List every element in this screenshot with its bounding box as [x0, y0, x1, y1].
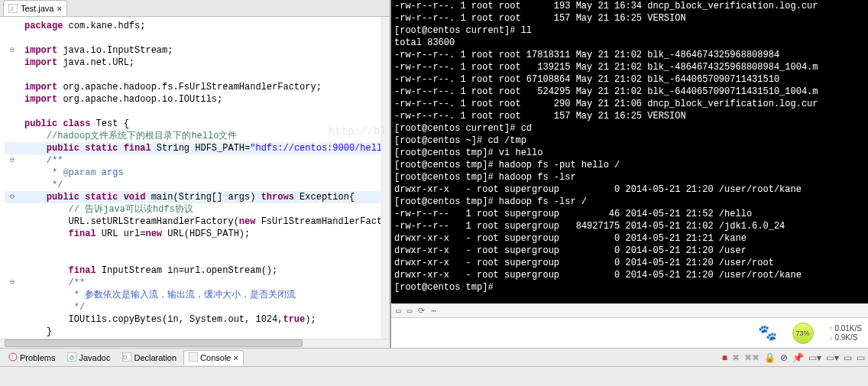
gutter-marker[interactable] [5, 301, 20, 313]
paw-icon[interactable]: 🐾 [758, 323, 777, 342]
code-line[interactable]: * 参数依次是输入流，输出流，缓冲大小，是否关闭流 [5, 289, 381, 301]
display-icon[interactable]: ▭▾ [808, 352, 821, 363]
code-text[interactable]: URL.setURLStreamHandlerFactory(new FsUrl… [20, 216, 381, 228]
code-text[interactable]: final URL url=new URL(HDFS_PATH); [20, 228, 381, 240]
pin-icon[interactable]: 📌 [792, 352, 804, 363]
terminal-icon[interactable]: ▭ [396, 306, 401, 316]
gutter-marker[interactable] [5, 252, 20, 264]
code-text[interactable]: final InputStream in=url.openStream(); [20, 264, 381, 277]
code-line[interactable]: final InputStream in=url.openStream(); [5, 264, 381, 277]
code-editor[interactable]: package com.kane.hdfs;⊖import java.io.In… [0, 17, 381, 339]
folder-icon[interactable]: ▭ [407, 306, 413, 316]
code-text[interactable]: public static final String HDFS_PATH="hd… [20, 142, 381, 154]
gutter-marker[interactable] [5, 105, 20, 118]
minimize-icon[interactable]: ▭ [844, 352, 852, 363]
terminal[interactable]: -rw-r--r--. 1 root root 193 May 21 16:34… [391, 0, 868, 303]
clear-icon[interactable]: ⊘ [780, 352, 788, 363]
code-text[interactable]: */ [20, 179, 381, 191]
code-line[interactable]: * @param args [5, 167, 381, 179]
remove-all-icon[interactable]: ✖✖ [744, 352, 760, 363]
code-text[interactable]: IOUtils.copyBytes(in, System.out, 1024,t… [20, 313, 381, 326]
code-text[interactable] [20, 105, 381, 118]
code-line[interactable]: public static final String HDFS_PATH="hd… [5, 142, 381, 154]
code-text[interactable] [20, 240, 381, 252]
open-console-icon[interactable]: ▭▾ [826, 352, 839, 363]
code-line[interactable]: URL.setURLStreamHandlerFactory(new FsUrl… [5, 216, 381, 228]
code-text[interactable]: public class Test { [20, 118, 381, 130]
code-line[interactable] [5, 69, 381, 81]
code-line[interactable]: */ [5, 301, 381, 313]
code-line[interactable]: import java.net.URL; [5, 57, 381, 69]
usage-badge[interactable]: 73% [792, 323, 814, 344]
code-line[interactable] [5, 252, 381, 264]
editor-horizontal-scroll[interactable] [0, 339, 390, 348]
gutter-marker[interactable]: ⊖ [5, 191, 20, 203]
gutter-marker[interactable] [5, 69, 20, 81]
gutter-marker[interactable] [5, 264, 20, 277]
gutter-marker[interactable] [5, 167, 20, 179]
code-line[interactable]: final URL url=new URL(HDFS_PATH); [5, 228, 381, 240]
gutter-marker[interactable] [5, 228, 20, 240]
code-text[interactable]: /** [20, 154, 381, 167]
code-line[interactable]: // 告诉java可以读hdfs协议 [5, 203, 381, 216]
code-text[interactable]: * 参数依次是输入流，输出流，缓冲大小，是否关闭流 [20, 289, 381, 301]
gutter-marker[interactable] [5, 216, 20, 228]
code-line[interactable] [5, 105, 381, 118]
code-line[interactable]: package com.kane.hdfs; [5, 20, 381, 32]
dots-icon[interactable]: ⋯ [431, 306, 436, 316]
gutter-marker[interactable] [5, 32, 20, 44]
gutter-marker[interactable] [5, 203, 20, 216]
gutter-marker[interactable]: ⊖ [5, 154, 20, 167]
stop-icon[interactable]: ■ [722, 352, 727, 363]
code-text[interactable]: import org.apache.hadoop.fs.FsUrlStreamH… [20, 81, 381, 93]
code-line[interactable]: IOUtils.copyBytes(in, System.out, 1024,t… [5, 313, 381, 326]
code-line[interactable]: */ [5, 179, 381, 191]
code-text[interactable]: } [20, 326, 381, 338]
gutter-marker[interactable]: ⊖ [5, 44, 20, 57]
editor-tab-test-java[interactable]: J Test.java × [3, 0, 67, 16]
gutter-marker[interactable] [5, 93, 20, 105]
maximize-icon[interactable]: ▭ [857, 352, 865, 363]
gutter-marker[interactable] [5, 118, 20, 130]
code-text[interactable] [20, 32, 381, 44]
gutter-marker[interactable] [5, 326, 20, 338]
gutter-marker[interactable] [5, 240, 20, 252]
scroll-lock-icon[interactable]: 🔒 [764, 352, 776, 363]
code-text[interactable] [20, 252, 381, 264]
gutter-marker[interactable] [5, 142, 20, 154]
gutter-marker[interactable] [5, 81, 20, 93]
vertical-scrollbar[interactable] [381, 17, 390, 339]
code-line[interactable] [5, 32, 381, 44]
sync-icon[interactable]: ⟳ [418, 306, 425, 316]
gutter-marker[interactable] [5, 57, 20, 69]
remove-icon[interactable]: ✖ [732, 352, 740, 363]
code-line[interactable]: ⊖ public static void main(String[] args)… [5, 191, 381, 203]
code-text[interactable]: /** [20, 277, 381, 289]
code-line[interactable]: ⊖ /** [5, 154, 381, 167]
code-text[interactable]: */ [20, 301, 381, 313]
problems-tab[interactable]: ! Problems [3, 350, 60, 365]
gutter-marker[interactable]: ⊖ [5, 277, 20, 289]
code-line[interactable]: import org.apache.hadoop.io.IOUtils; [5, 93, 381, 105]
code-line[interactable]: import org.apache.hadoop.fs.FsUrlStreamH… [5, 81, 381, 93]
code-text[interactable]: public static void main(String[] args) t… [20, 191, 381, 203]
close-icon[interactable]: × [233, 353, 238, 362]
gutter-marker[interactable] [5, 313, 20, 326]
code-line[interactable]: } [5, 326, 381, 338]
code-line[interactable]: ⊖ /** [5, 277, 381, 289]
code-line[interactable] [5, 240, 381, 252]
code-text[interactable]: // 告诉java可以读hdfs协议 [20, 203, 381, 216]
gutter-marker[interactable] [5, 20, 20, 32]
javadoc-tab[interactable]: @ Javadoc [62, 350, 115, 365]
code-line[interactable]: public class Test { [5, 118, 381, 130]
gutter-marker[interactable] [5, 130, 20, 142]
code-text[interactable]: * @param args [20, 167, 381, 179]
code-text[interactable]: import java.net.URL; [20, 57, 381, 69]
code-text[interactable]: package com.kane.hdfs; [20, 20, 381, 32]
console-tab[interactable]: Console × [183, 350, 244, 365]
code-text[interactable]: import java.io.InputStream; [20, 44, 381, 57]
close-icon[interactable]: × [57, 4, 61, 13]
code-line[interactable]: ⊖import java.io.InputStream; [5, 44, 381, 57]
code-text[interactable] [20, 69, 381, 81]
declaration-tab[interactable]: D Declaration [117, 350, 182, 365]
